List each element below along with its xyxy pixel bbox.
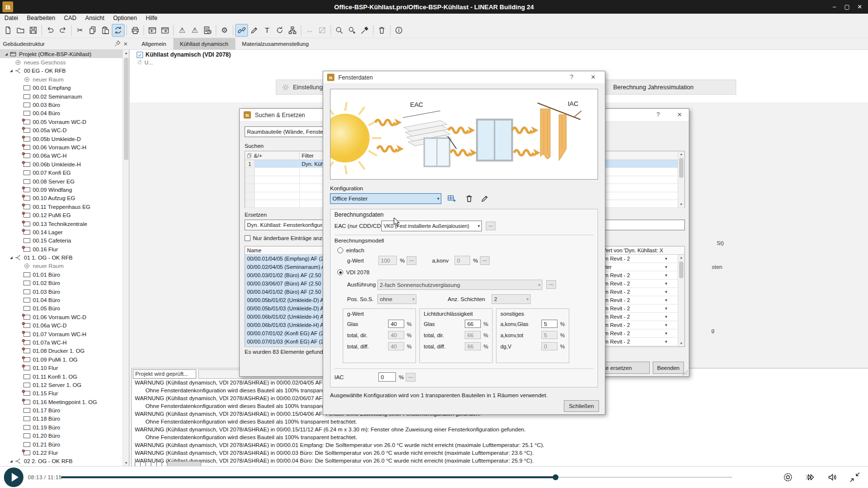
- iac-more-button[interactable]: ...: [406, 373, 415, 382]
- pipette-button[interactable]: [358, 24, 371, 37]
- tree-item[interactable]: 01.15 Flur: [0, 389, 123, 398]
- player-settings-button[interactable]: [782, 471, 794, 483]
- chevron-down-icon[interactable]: ▾: [654, 298, 678, 303]
- tree-item[interactable]: ◢00 EG - OK RFB: [0, 67, 123, 75]
- draw-button[interactable]: [248, 24, 261, 37]
- scroll-down-icon[interactable]: ▼: [678, 202, 684, 207]
- tree-item[interactable]: ◢02 2. OG - OK RFB: [0, 457, 123, 466]
- new-configuration-button[interactable]: [446, 194, 457, 203]
- rotate-button[interactable]: [273, 24, 286, 37]
- delete-configuration-button[interactable]: [464, 194, 475, 203]
- menu-optionen[interactable]: Optionen: [109, 15, 142, 21]
- text-tool-button[interactable]: T: [261, 24, 273, 37]
- param-input[interactable]: 66: [465, 320, 481, 328]
- tree-item[interactable]: 00.06a WC-H: [0, 152, 123, 160]
- new-file-button[interactable]: [1, 24, 14, 37]
- expand-icon[interactable]: ◢: [8, 69, 15, 73]
- open-file-button[interactable]: [14, 24, 27, 37]
- tree-item[interactable]: 01.12 Server 1. OG: [0, 381, 123, 389]
- fit-width-button[interactable]: ↔: [303, 24, 316, 37]
- tree-item[interactable]: 00.04 Büro: [0, 109, 123, 118]
- tree-item[interactable]: 00.06 Vorraum WC-H: [0, 143, 123, 151]
- structure-button[interactable]: [286, 24, 299, 37]
- tree-item[interactable]: 00.12 PuMi EG: [0, 211, 123, 219]
- grid-scrollbar[interactable]: ▲▼: [678, 151, 684, 207]
- tree-item[interactable]: 01.08 Drucker 1. OG: [0, 347, 123, 355]
- chevron-down-icon[interactable]: ▾: [654, 256, 678, 261]
- radio-simple[interactable]: [337, 247, 343, 253]
- tree-item[interactable]: 01.19 Büro: [0, 423, 123, 431]
- gwert-input[interactable]: 100: [378, 256, 397, 265]
- delete-button[interactable]: [375, 24, 388, 37]
- checkbox-checked-icon[interactable]: ✓: [137, 52, 143, 58]
- paste-button[interactable]: [99, 24, 112, 37]
- tree-item[interactable]: 00.01 Empfang: [0, 84, 123, 92]
- expand-icon[interactable]: ◢: [8, 459, 15, 463]
- link-button[interactable]: [235, 24, 248, 37]
- iac-input[interactable]: 0: [378, 372, 396, 382]
- chevron-down-icon[interactable]: ▾: [654, 264, 678, 269]
- tree-item[interactable]: 01.22 Flur: [0, 448, 123, 457]
- tree-item[interactable]: 00.09 Windfang: [0, 185, 123, 194]
- calculation-report-button[interactable]: [201, 24, 214, 37]
- schichten-select[interactable]: 2▾: [492, 294, 531, 304]
- print-button[interactable]: [129, 24, 142, 37]
- filter-checkbox[interactable]: [145, 462, 151, 467]
- settings-gear-button[interactable]: ⚙: [218, 24, 231, 37]
- menu-ansicht[interactable]: Ansicht: [81, 15, 108, 21]
- help-button[interactable]: ?: [654, 111, 662, 118]
- tree-item[interactable]: 01.03 Büro: [0, 287, 123, 296]
- tree-item[interactable]: neuer Raum: [0, 75, 123, 83]
- param-input[interactable]: 40: [388, 342, 404, 350]
- chevron-down-icon[interactable]: ▾: [654, 314, 678, 319]
- info-button[interactable]: [393, 24, 405, 37]
- tree-item[interactable]: 01.02 Büro: [0, 279, 123, 287]
- tree-item[interactable]: 01.18 Büro: [0, 415, 123, 423]
- zoom-button[interactable]: [333, 24, 346, 37]
- tree-item[interactable]: ◢Projekt (Office-BSP-Kühllast): [0, 50, 123, 58]
- tree-item[interactable]: 00.05b Umkleide-D: [0, 135, 123, 143]
- tree-scrollbar[interactable]: ▲ ▼: [123, 50, 129, 466]
- beenden-button[interactable]: Beenden: [653, 362, 684, 374]
- tree-item[interactable]: 00.11 Treppenhaus EG: [0, 203, 123, 211]
- ausfuehrung-more-button[interactable]: ...: [546, 280, 556, 289]
- tree-item[interactable]: 01.11 Konfi 1. OG: [0, 372, 123, 381]
- tree-item[interactable]: 01.09 PuMi 1. OG: [0, 355, 123, 364]
- play-button[interactable]: [4, 468, 23, 487]
- progress-handle[interactable]: [553, 474, 558, 480]
- chevron-down-icon[interactable]: ▾: [654, 281, 678, 286]
- menu-cad[interactable]: CAD: [60, 15, 81, 21]
- pin-icon[interactable]: [114, 40, 122, 48]
- tab-materialzusammenstellung[interactable]: Materialzusammenstellung: [235, 38, 316, 50]
- volume-button[interactable]: [827, 471, 838, 483]
- tree-item[interactable]: 01.16 Meetingpoint 1. OG: [0, 398, 123, 406]
- dialog-close-button[interactable]: ✕: [675, 111, 684, 118]
- param-input[interactable]: 5: [541, 331, 558, 339]
- tree-item[interactable]: 00.13 Technikzentrale: [0, 220, 123, 228]
- tree-item[interactable]: 01.10 Flur: [0, 364, 123, 372]
- expand-icon[interactable]: ◢: [8, 256, 15, 260]
- filter-checkbox[interactable]: [156, 462, 162, 467]
- copy-button[interactable]: [86, 24, 99, 37]
- tree-item[interactable]: 00.07 Konfi EG: [0, 168, 123, 177]
- tree-item[interactable]: 00.02 Seminarraum: [0, 92, 123, 101]
- maximize-button[interactable]: ▢: [841, 3, 853, 10]
- minimize-button[interactable]: –: [828, 3, 841, 10]
- exit-fullscreen-button[interactable]: [849, 471, 861, 483]
- param-input[interactable]: 40: [388, 320, 404, 328]
- tree-item[interactable]: ◢01 1. OG - OK RFB: [0, 253, 123, 262]
- sync-button[interactable]: [112, 24, 124, 37]
- pos-sos-select[interactable]: ohne▾: [377, 294, 416, 304]
- tree-item[interactable]: 00.14 Lager: [0, 228, 123, 236]
- help-button[interactable]: ?: [567, 74, 576, 81]
- akonv-input[interactable]: 0: [455, 256, 470, 265]
- undo-button[interactable]: [44, 24, 57, 37]
- ausfuehrung-select[interactable]: 2-fach Sonnenschutzverglasung ▾: [377, 280, 542, 290]
- tree-item[interactable]: 01.06a WC-D: [0, 322, 123, 330]
- tree-item[interactable]: 00.03 Büro: [0, 101, 123, 109]
- akonv-more-button[interactable]: ...: [480, 256, 490, 265]
- gwert-more-button[interactable]: ...: [407, 256, 416, 265]
- tree-item[interactable]: 00.15 Cafeteria: [0, 237, 123, 245]
- results-scrollbar[interactable]: ▲▼: [678, 255, 684, 346]
- tree-item[interactable]: 01.07 Vorraum WC-H: [0, 330, 123, 338]
